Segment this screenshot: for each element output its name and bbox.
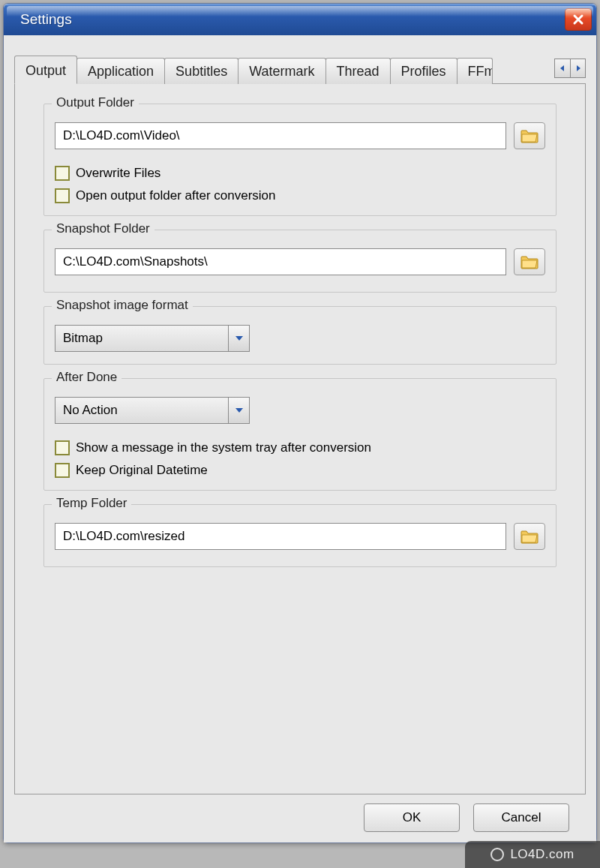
after-done-combo[interactable]: No Action [55, 397, 250, 424]
output-folder-input[interactable] [55, 122, 506, 149]
close-button[interactable] [565, 8, 592, 31]
tab-profiles[interactable]: Profiles [390, 58, 458, 84]
watermark: LO4D.com [465, 841, 600, 868]
close-icon [572, 14, 584, 26]
combo-dropdown-button[interactable] [228, 398, 249, 423]
browse-output-folder-button[interactable] [514, 122, 545, 149]
combo-dropdown-button[interactable] [228, 326, 249, 351]
group-legend: After Done [52, 370, 122, 385]
tab-panel-output: Output Folder Overwrite Files Open outpu… [14, 83, 586, 794]
tab-output[interactable]: Output [14, 56, 77, 84]
ok-button[interactable]: OK [364, 803, 460, 832]
snapshot-format-value: Bitmap [56, 331, 228, 346]
overwrite-files-checkbox[interactable] [55, 166, 70, 181]
watermark-logo-icon [490, 848, 504, 861]
tab-scroll-left[interactable] [554, 59, 570, 78]
group-after-done: After Done No Action Show a message in t… [44, 378, 556, 491]
browse-snapshot-folder-button[interactable] [514, 248, 545, 275]
tab-application[interactable]: Application [76, 58, 165, 84]
tab-ffmpeg[interactable]: FFm [457, 58, 493, 84]
open-output-after-checkbox[interactable] [55, 188, 70, 203]
snapshot-folder-input[interactable] [55, 248, 506, 275]
tab-subtitles[interactable]: Subtitles [164, 58, 238, 84]
folder-icon [520, 254, 538, 269]
content-area: Output Application Subtitles Watermark T… [4, 35, 596, 842]
folder-icon [520, 529, 538, 544]
watermark-text: LO4D.com [510, 847, 574, 862]
triangle-right-icon [574, 65, 582, 72]
after-done-value: No Action [56, 403, 228, 418]
tab-thread[interactable]: Thread [326, 58, 391, 84]
window-title: Settings [20, 11, 565, 28]
show-tray-message-label: Show a message in the system tray after … [76, 440, 371, 455]
open-output-after-label: Open output folder after conversion [76, 188, 276, 203]
tab-scroll-right[interactable] [570, 59, 586, 78]
group-legend: Snapshot image format [52, 298, 193, 313]
folder-icon [520, 128, 538, 143]
chevron-down-icon [235, 407, 244, 414]
show-tray-message-checkbox[interactable] [55, 440, 70, 455]
group-legend: Snapshot Folder [52, 221, 154, 236]
titlebar: Settings [4, 4, 596, 35]
overwrite-files-label: Overwrite Files [76, 166, 160, 181]
temp-folder-input[interactable] [55, 523, 506, 550]
snapshot-format-combo[interactable]: Bitmap [55, 325, 250, 352]
group-output-folder: Output Folder Overwrite Files Open outpu… [44, 104, 556, 216]
group-legend: Output Folder [52, 95, 139, 110]
tab-scroll [554, 59, 586, 78]
cancel-button[interactable]: Cancel [473, 803, 569, 832]
keep-original-datetime-checkbox[interactable] [55, 463, 70, 478]
group-snapshot-format: Snapshot image format Bitmap [44, 306, 556, 365]
tabstrip: Output Application Subtitles Watermark T… [14, 53, 586, 83]
browse-temp-folder-button[interactable] [514, 523, 545, 550]
group-legend: Temp Folder [52, 496, 131, 511]
group-snapshot-folder: Snapshot Folder [44, 230, 556, 293]
settings-window: Settings Output Application Subtitles Wa… [3, 3, 597, 843]
dialog-button-row: OK Cancel [14, 794, 586, 832]
chevron-down-icon [235, 335, 244, 342]
triangle-left-icon [559, 65, 566, 72]
tab-watermark[interactable]: Watermark [238, 58, 326, 84]
group-temp-folder: Temp Folder [44, 504, 556, 567]
keep-original-datetime-label: Keep Original Datetime [76, 463, 208, 478]
